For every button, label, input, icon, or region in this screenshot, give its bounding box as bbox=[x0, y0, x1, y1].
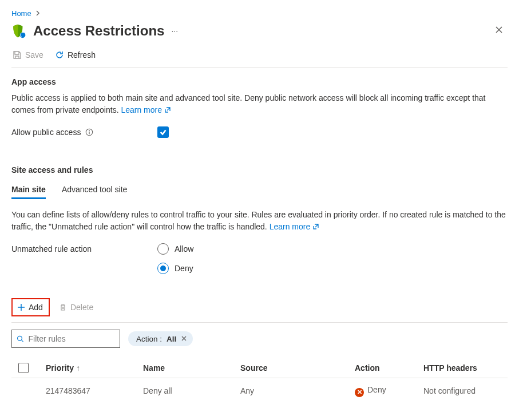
tabs: Main site Advanced tool site bbox=[11, 181, 508, 200]
col-action[interactable]: Action bbox=[355, 363, 423, 373]
col-source[interactable]: Source bbox=[240, 363, 355, 373]
radio-allow-label: Allow bbox=[175, 244, 193, 253]
info-icon[interactable] bbox=[85, 128, 93, 136]
refresh-icon bbox=[55, 50, 64, 60]
filter-input[interactable] bbox=[27, 334, 115, 344]
add-highlight-box: Add bbox=[11, 298, 50, 316]
close-icon[interactable] bbox=[490, 22, 508, 39]
svg-point-2 bbox=[89, 130, 90, 132]
app-access-heading: App access bbox=[11, 77, 508, 86]
external-link-icon bbox=[164, 106, 171, 113]
unmatched-rule-row: Unmatched rule action Allow Deny bbox=[11, 243, 508, 282]
pill-clear-icon[interactable] bbox=[181, 334, 187, 343]
app-access-desc: Public access is applied to both main si… bbox=[11, 92, 508, 116]
cell-source: Any bbox=[240, 386, 355, 395]
plus-icon bbox=[17, 303, 25, 311]
shield-icon bbox=[11, 23, 26, 38]
delete-button: Delete bbox=[59, 303, 93, 312]
delete-label: Delete bbox=[70, 303, 93, 312]
save-icon bbox=[13, 50, 22, 60]
add-button[interactable]: Add bbox=[17, 303, 43, 312]
more-icon[interactable]: ··· bbox=[171, 26, 178, 35]
radio-deny-label: Deny bbox=[175, 264, 193, 273]
sort-asc-icon: ↑ bbox=[76, 363, 80, 373]
refresh-label: Refresh bbox=[68, 50, 96, 60]
col-priority[interactable]: Priority↑ bbox=[46, 363, 143, 373]
site-access-learn-more[interactable]: Learn more bbox=[270, 222, 319, 231]
pill-value: All bbox=[167, 335, 176, 343]
rule-action-bar: Add Delete bbox=[11, 298, 508, 316]
site-access-desc: You can define lists of allow/deny rules… bbox=[11, 209, 508, 233]
filter-bar: Action : All bbox=[11, 330, 508, 348]
select-all-checkbox[interactable] bbox=[18, 363, 29, 373]
cell-priority: 2147483647 bbox=[46, 386, 143, 395]
table-row[interactable]: 2147483647 Deny all Any ✕Deny Not config… bbox=[11, 378, 508, 404]
allow-public-access-checkbox[interactable] bbox=[157, 126, 169, 138]
radio-allow[interactable]: Allow bbox=[157, 243, 193, 255]
tab-advanced-tool-site[interactable]: Advanced tool site bbox=[62, 181, 127, 199]
svg-point-4 bbox=[18, 336, 22, 340]
command-bar: Save Refresh bbox=[11, 46, 508, 68]
page-title: Access Restrictions bbox=[33, 23, 164, 39]
cell-action: ✕Deny bbox=[355, 385, 423, 397]
breadcrumb-home[interactable]: Home bbox=[11, 9, 31, 18]
svg-rect-3 bbox=[89, 132, 90, 134]
col-name[interactable]: Name bbox=[143, 363, 240, 373]
svg-point-0 bbox=[20, 32, 26, 38]
trash-icon bbox=[59, 303, 67, 311]
cell-http: Not configured bbox=[423, 386, 508, 395]
app-access-learn-more[interactable]: Learn more bbox=[121, 105, 171, 114]
filter-pill-action[interactable]: Action : All bbox=[128, 331, 193, 346]
allow-public-access-label: Allow public access bbox=[11, 128, 81, 137]
col-http-headers[interactable]: HTTP headers bbox=[423, 363, 508, 373]
save-label: Save bbox=[25, 50, 43, 60]
rules-grid: Priority↑ Name Source Action HTTP header… bbox=[11, 358, 508, 404]
check-icon bbox=[159, 128, 167, 136]
allow-public-access-row: Allow public access bbox=[11, 126, 508, 138]
title-row: Access Restrictions ··· bbox=[11, 22, 508, 39]
unmatched-rule-label: Unmatched rule action bbox=[11, 244, 92, 253]
cell-name: Deny all bbox=[143, 386, 240, 395]
save-button: Save bbox=[11, 48, 45, 62]
tab-main-site[interactable]: Main site bbox=[11, 181, 46, 199]
add-label: Add bbox=[29, 303, 43, 312]
divider bbox=[11, 68, 508, 68]
radio-deny[interactable]: Deny bbox=[157, 263, 193, 274]
chevron-right-icon bbox=[35, 9, 41, 18]
pill-label: Action : bbox=[136, 335, 162, 343]
site-access-heading: Site access and rules bbox=[11, 165, 508, 175]
external-link-icon bbox=[312, 223, 319, 230]
divider bbox=[11, 322, 508, 323]
deny-icon: ✕ bbox=[355, 388, 364, 397]
search-icon bbox=[17, 335, 23, 343]
breadcrumb: Home bbox=[11, 9, 508, 18]
filter-searchbox[interactable] bbox=[11, 330, 120, 348]
refresh-button[interactable]: Refresh bbox=[54, 48, 97, 62]
grid-header: Priority↑ Name Source Action HTTP header… bbox=[11, 358, 508, 378]
